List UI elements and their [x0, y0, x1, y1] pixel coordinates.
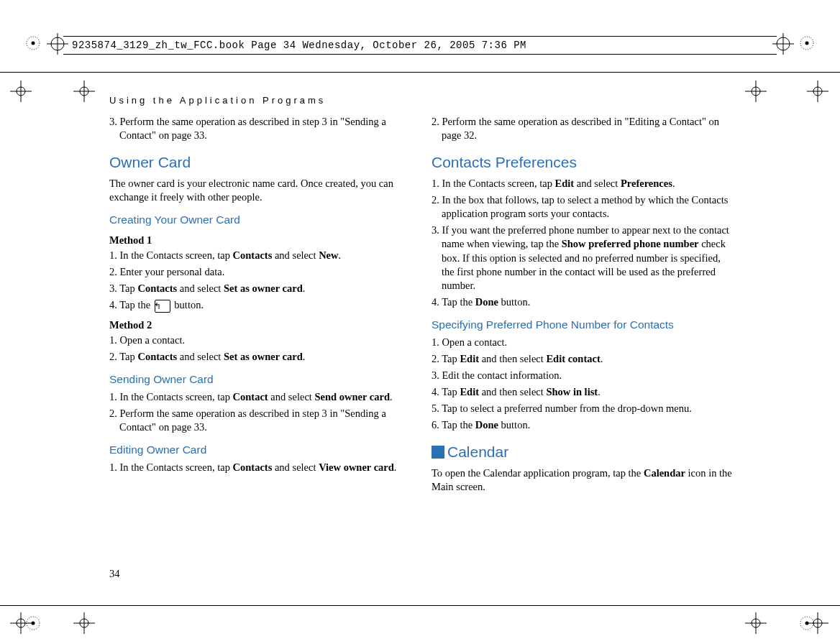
column-left: 3. Perform the same operation as describ… [109, 115, 411, 498]
body-text: 3. If you want the preferred phone numbe… [432, 224, 734, 293]
rule-bottom [0, 605, 840, 606]
body-text: 1. In the Contacts screen, tap Contact a… [109, 390, 411, 404]
body-text: 3. Edit the contact information. [432, 369, 734, 382]
body-text: To open the Calendar application program… [432, 466, 734, 494]
body-text: 3. Tap Contacts and select Set as owner … [109, 282, 411, 295]
body-text: The owner card is your electronic name c… [109, 177, 411, 204]
heading-specifying-preferred-number: Specifying Preferred Phone Number for Co… [432, 318, 734, 332]
body-text: 1. In the Contacts screen, tap Contacts … [109, 461, 411, 474]
rule-top [0, 72, 840, 73]
body-text: 2. Perform the same operation as describ… [109, 407, 411, 434]
body-text: 1. Open a contact. [432, 336, 734, 349]
heading-editing-owner-card: Editing Owner Card [109, 443, 411, 457]
svg-point-5 [32, 622, 35, 625]
body-text: 2. Enter your personal data. [109, 265, 411, 279]
heading-method-1: Method 1 [109, 234, 411, 247]
body-text: 4. Tap the Done button. [432, 295, 734, 309]
body-text: 2. In the box that follows, tap to selec… [432, 193, 734, 221]
body-text: 2. Tap Edit and then select Edit contact… [432, 352, 734, 366]
column-right: 2. Perform the same operation as describ… [432, 115, 734, 498]
crop-target-icon [10, 612, 32, 634]
header-file-info: 9235874_3129_zh_tw_FCC.book Page 34 Wedn… [72, 40, 526, 51]
body-text: 3. Perform the same operation as describ… [109, 115, 411, 142]
page-number: 34 [109, 568, 120, 580]
heading-owner-card: Owner Card [109, 152, 411, 172]
crop-target-icon [807, 612, 828, 634]
svg-point-3 [805, 42, 809, 45]
body-text: 1. In the Contacts screen, tap Contacts … [109, 249, 411, 262]
dotted-circle-icon [24, 34, 42, 52]
crop-target-icon [10, 80, 32, 102]
back-icon: ↰ [155, 300, 170, 313]
body-text: 5. Tap to select a preferred number from… [432, 402, 734, 415]
body-text: 1. In the Contacts screen, tap Edit and … [432, 177, 734, 190]
body-text: 4. Tap the ↰ button. [109, 298, 411, 313]
crop-target-icon [807, 80, 828, 102]
body-text: 1. Open a contact. [109, 334, 411, 347]
crop-target-icon [73, 612, 95, 634]
heading-contacts-preferences: Contacts Preferences [432, 152, 734, 172]
crop-target-icon [745, 612, 767, 634]
dotted-circle-icon [798, 34, 816, 52]
body-text: 6. Tap the Done button. [432, 418, 734, 432]
heading-sending-owner-card: Sending Owner Card [109, 372, 411, 387]
body-text: 2. Perform the same operation as describ… [432, 115, 734, 142]
square-bullet-icon [432, 446, 444, 459]
heading-calendar: Calendar [432, 442, 734, 462]
section-header: Using the Application Programs [109, 95, 326, 106]
body-text: 2. Tap Contacts and select Set as owner … [109, 350, 411, 364]
heading-method-2: Method 2 [109, 318, 411, 332]
crop-target-icon [745, 80, 767, 102]
heading-creating-owner-card: Creating Your Owner Card [109, 213, 411, 227]
body-text: 4. Tap Edit and then select Show in list… [432, 385, 734, 399]
svg-point-1 [32, 42, 35, 45]
crop-target-icon [73, 80, 95, 102]
